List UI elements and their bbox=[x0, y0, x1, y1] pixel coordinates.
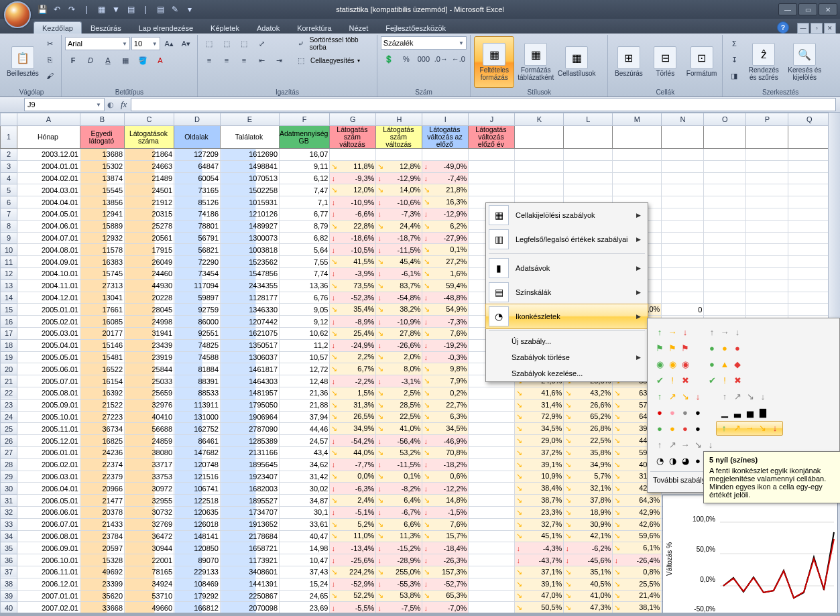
iconset-4arrows-colored[interactable]: ↑↗↘↓ bbox=[652, 389, 706, 403]
embedded-chart[interactable]: Változás % 100,0%50,0%0,0%-50,0%-100,0% … bbox=[662, 495, 838, 613]
iconset-3flags[interactable]: ⚑⚑⚑ bbox=[652, 341, 693, 355]
cf-highlight-rules[interactable]: ▦Cellakijelölési szabályok▶ bbox=[486, 203, 648, 227]
office-button[interactable] bbox=[4, 1, 31, 28]
insert-cells-button[interactable]: ⊞Beszúrás bbox=[611, 36, 646, 88]
dec-decimal[interactable]: ←.0 bbox=[451, 52, 467, 66]
paste-icon: 📋 bbox=[11, 46, 34, 69]
find-select-button[interactable]: 🔍Keresés és kijelölés bbox=[785, 36, 824, 88]
font-size[interactable]: 10▼ bbox=[131, 37, 160, 50]
iconset-4arrows-gray[interactable]: ↑↗↘↓ bbox=[717, 389, 771, 403]
italic-button[interactable]: D bbox=[82, 53, 99, 68]
cf-clear-rules[interactable]: Szabályok törlése▶ bbox=[486, 349, 648, 365]
tab-review[interactable]: Korrektúra bbox=[288, 21, 340, 34]
worksheet[interactable]: ABCDEFGHIJKLMNOPQ1HónapEgyedi látogatóLá… bbox=[0, 113, 840, 613]
bold-button[interactable]: F bbox=[65, 53, 81, 68]
qat-save[interactable]: 💾 bbox=[36, 3, 48, 15]
iconset-5arrows-colored[interactable]: ↑↗→↘↓ bbox=[716, 421, 783, 436]
iconset-4ratings[interactable]: ▁▃▅▇ bbox=[717, 406, 771, 419]
cf-data-bars[interactable]: ▮Adatsávok▶ bbox=[486, 256, 648, 280]
qat-chart[interactable]: ▤ bbox=[125, 3, 137, 15]
iconset-5arrows-gray[interactable]: ↑↗→↘↓ bbox=[652, 438, 719, 451]
maximize-button[interactable]: ▭ bbox=[798, 3, 817, 15]
mdi-close[interactable]: ✕ bbox=[824, 23, 836, 34]
merge-cells[interactable]: ⬚Cellaegyesítés▾ bbox=[293, 53, 373, 68]
indent-inc[interactable]: ⇥ bbox=[271, 53, 287, 68]
iconset-4traffic[interactable]: ●●●● bbox=[652, 422, 706, 435]
qat-table[interactable]: ▦ bbox=[95, 3, 107, 15]
cf-manage-rules[interactable]: Szabályok kezelése... bbox=[486, 365, 648, 381]
paste-button[interactable]: 📋 Beillesztés bbox=[5, 36, 40, 88]
iconset-4red-to-black[interactable]: ●●●● bbox=[652, 406, 706, 419]
cf-new-rule[interactable]: Új szabály... bbox=[486, 333, 648, 349]
iconset-3symbols[interactable]: ✔!✖ bbox=[704, 373, 745, 387]
align-top[interactable]: ⬚ bbox=[201, 36, 217, 51]
delete-cells-button[interactable]: ⊟Törlés bbox=[648, 36, 682, 88]
cut-button[interactable]: ✂ bbox=[42, 36, 58, 51]
format-cells-button[interactable]: ⊡Formátum bbox=[684, 36, 719, 88]
minimize-button[interactable]: — bbox=[778, 3, 797, 15]
mdi-minimize[interactable]: — bbox=[797, 23, 809, 34]
qat-highlight[interactable]: ✎ bbox=[169, 3, 181, 15]
tab-layout[interactable]: Lap elrendezése bbox=[130, 21, 202, 34]
iconset-3traffic-unrimmed[interactable]: ●●● bbox=[704, 341, 745, 355]
underline-button[interactable]: A bbox=[100, 53, 116, 68]
iconset-3traffic-rimmed[interactable]: ◉◉◉ bbox=[652, 357, 693, 371]
number-format[interactable]: Százalék▼ bbox=[381, 36, 467, 50]
iconset-3arrows-gray[interactable]: ↑→↓ bbox=[704, 325, 745, 338]
cf-top-bottom-rules[interactable]: ▥Legfelső/legalsó értékek szabályai▶ bbox=[486, 227, 648, 251]
currency[interactable]: 💲 bbox=[381, 52, 397, 66]
tab-data[interactable]: Adatok bbox=[248, 21, 288, 34]
close-button[interactable]: ✕ bbox=[819, 3, 837, 15]
grow-font[interactable]: A▴ bbox=[162, 36, 177, 51]
tab-formulas[interactable]: Képletek bbox=[202, 21, 248, 34]
iconset-5ratings[interactable]: ◔◑◕● bbox=[652, 454, 706, 467]
fill-color[interactable]: 🪣 bbox=[135, 53, 151, 68]
qat-redo[interactable]: ↷ bbox=[66, 3, 78, 15]
group-font: Betűtípus bbox=[65, 88, 194, 97]
qat-dd[interactable]: ▾ bbox=[184, 3, 196, 15]
tab-developer[interactable]: Fejlesztőeszközök bbox=[377, 21, 455, 34]
copy-button[interactable]: ⎘ bbox=[42, 52, 58, 67]
qat-filter[interactable]: ▼ bbox=[110, 3, 122, 15]
inc-decimal[interactable]: .0→ bbox=[433, 52, 449, 66]
iconset-3arrows-colored[interactable]: ↑→↓ bbox=[652, 325, 693, 338]
name-box[interactable]: J9▼ bbox=[24, 98, 105, 111]
format-painter[interactable]: 🖌 bbox=[42, 68, 58, 83]
conditional-formatting-button[interactable]: ▦ Feltételes formázás bbox=[474, 36, 514, 88]
font-name[interactable]: Arial▼ bbox=[65, 37, 130, 50]
format-icon: ⊡ bbox=[691, 46, 713, 69]
fx-icon[interactable]: ◐ bbox=[107, 101, 114, 109]
sort-filter-button[interactable]: ẑRendezés és szűrés bbox=[744, 36, 783, 88]
font-color[interactable]: A bbox=[152, 53, 168, 68]
border-button[interactable]: ▦ bbox=[117, 53, 133, 68]
formula-input[interactable] bbox=[131, 98, 836, 111]
qat-undo[interactable]: ↶ bbox=[51, 3, 63, 15]
comma[interactable]: 000 bbox=[416, 52, 432, 66]
orientation[interactable]: ⤢ bbox=[253, 36, 269, 51]
percent[interactable]: % bbox=[398, 52, 414, 66]
cf-icon-sets[interactable]: ◔Ikonkészletek▶ bbox=[485, 304, 648, 329]
iconset-3symbols-circled[interactable]: ✔!✖ bbox=[652, 373, 693, 387]
autosum[interactable]: Σ bbox=[726, 36, 742, 51]
tab-view[interactable]: Nézet bbox=[341, 21, 377, 34]
mdi-restore[interactable]: ▫ bbox=[811, 23, 823, 34]
indent-dec[interactable]: ⇤ bbox=[253, 53, 269, 68]
help-icon[interactable]: ? bbox=[777, 21, 789, 34]
align-middle[interactable]: ⬚ bbox=[219, 36, 235, 51]
align-left[interactable]: ≡ bbox=[201, 53, 217, 68]
iconset-3signs[interactable]: ●▲◆ bbox=[704, 357, 745, 371]
align-bottom[interactable]: ⬚ bbox=[236, 36, 252, 51]
clear[interactable]: ◨ bbox=[726, 68, 742, 83]
fill[interactable]: ↧ bbox=[726, 52, 742, 67]
format-as-table-button[interactable]: ▦ Formázás táblázatként bbox=[516, 36, 555, 88]
qat-cf[interactable]: ▤ bbox=[154, 3, 166, 15]
shrink-font[interactable]: A▾ bbox=[178, 36, 194, 51]
cf-color-scales[interactable]: ▤Színskálák▶ bbox=[486, 280, 648, 304]
align-right[interactable]: ≡ bbox=[236, 53, 252, 68]
wrap-text[interactable]: ⤶Sortöréssel több sorba bbox=[293, 36, 373, 51]
tab-home[interactable]: Kezdőlap bbox=[34, 21, 82, 34]
align-center[interactable]: ≡ bbox=[219, 53, 235, 68]
fx-label[interactable]: fx bbox=[121, 99, 127, 110]
tab-insert[interactable]: Beszúrás bbox=[82, 21, 130, 34]
cell-styles-button[interactable]: ▦ Cellastílusok bbox=[557, 36, 596, 88]
